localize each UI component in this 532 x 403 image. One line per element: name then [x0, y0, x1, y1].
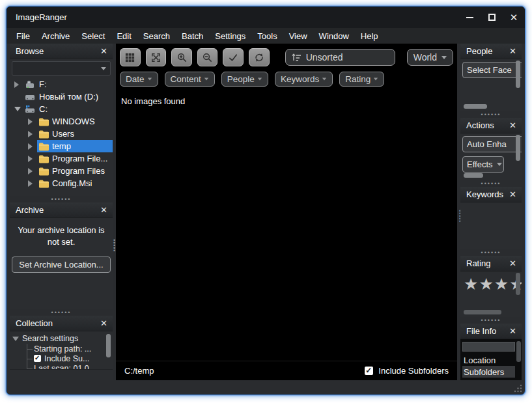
filter-people-dropdown[interactable]: People: [221, 72, 268, 87]
tree-row-program-file[interactable]: Program File...: [10, 152, 113, 165]
expander-collapsed-icon[interactable]: [28, 131, 37, 137]
collection-item-last-scan[interactable]: Last scan: 01.0: [27, 363, 113, 369]
fileinfo-panel: File Info ✕ Location Subfolders Files: [460, 324, 522, 380]
panel-splitter[interactable]: ••••••: [460, 111, 522, 118]
panel-splitter[interactable]: ••••••: [460, 249, 522, 256]
menu-search[interactable]: Search: [137, 31, 176, 41]
selected-folder-row[interactable]: temp: [37, 140, 113, 152]
menu-archive[interactable]: Archive: [36, 31, 76, 41]
system-drive-icon: [25, 105, 36, 113]
panel-splitter[interactable]: ••••••: [460, 180, 522, 187]
main-statusbar: C:/temp Include Subfolders: [116, 361, 457, 380]
rating-vertical-scrollbar[interactable]: [516, 273, 520, 295]
expander-collapsed-icon[interactable]: [28, 118, 37, 125]
zoom-in-icon: [176, 52, 188, 63]
menu-settings[interactable]: Settings: [209, 31, 251, 41]
empty-results-message: No images found: [116, 88, 457, 106]
sort-order-dropdown[interactable]: Unsorted: [285, 49, 395, 66]
actions-horizontal-scrollbar[interactable]: [464, 173, 483, 178]
tree-row-config-msi[interactable]: Config.Msi: [10, 177, 113, 189]
expander-collapsed-icon[interactable]: [28, 156, 37, 162]
tree-row-users[interactable]: Users: [10, 128, 113, 140]
zoom-out-button[interactable]: [197, 48, 218, 66]
panel-splitter[interactable]: ••••••: [10, 196, 113, 202]
include-subfolders-checkbox[interactable]: [365, 367, 373, 375]
collection-root-item[interactable]: Search settings: [12, 333, 113, 344]
close-button[interactable]: ✕: [503, 7, 525, 28]
tree-row-drive-f[interactable]: F:: [10, 78, 113, 90]
rating-close-icon[interactable]: ✕: [509, 259, 516, 268]
panel-splitter[interactable]: ••••••: [460, 317, 522, 324]
collection-item-include-subfolders[interactable]: Include Su...: [27, 354, 113, 363]
collection-panel-header: Collection ✕: [10, 316, 113, 331]
expander-collapsed-icon[interactable]: [14, 81, 23, 88]
tree-row-drive-d[interactable]: Новый том (D:): [10, 90, 113, 103]
collection-close-icon[interactable]: ✕: [100, 319, 107, 327]
effects-dropdown[interactable]: Effects: [462, 156, 504, 173]
collection-scrollbar[interactable]: [106, 334, 111, 357]
menu-file[interactable]: File: [10, 31, 36, 41]
people-horizontal-scrollbar[interactable]: [464, 104, 487, 109]
menu-tools[interactable]: Tools: [251, 31, 283, 41]
menu-view[interactable]: View: [283, 31, 313, 41]
world-dropdown[interactable]: World: [407, 49, 453, 66]
auto-enhance-button[interactable]: Auto Enha: [462, 136, 522, 152]
archive-close-icon[interactable]: ✕: [100, 206, 107, 214]
rating-stars[interactable]: ★★★★★: [462, 274, 517, 296]
filter-keywords-dropdown[interactable]: Keywords: [275, 72, 333, 87]
folder-icon: [38, 154, 49, 163]
fileinfo-close-icon[interactable]: ✕: [509, 327, 516, 335]
people-vertical-scrollbar[interactable]: [516, 61, 520, 88]
panel-splitter[interactable]: ••••••: [10, 309, 113, 316]
rating-horizontal-scrollbar[interactable]: [464, 310, 501, 314]
filter-rating-dropdown[interactable]: Rating: [339, 72, 384, 87]
filter-content-dropdown[interactable]: Content: [165, 72, 215, 87]
browse-filter-dropdown[interactable]: [12, 61, 111, 76]
select-faces-button[interactable]: Select Face: [462, 62, 522, 78]
chevron-down-icon: [204, 78, 208, 81]
filter-date-dropdown[interactable]: Date: [120, 72, 158, 87]
thumbnail-grid-button[interactable]: [120, 48, 141, 66]
minimize-button[interactable]: [458, 7, 481, 28]
expander-expanded-icon[interactable]: [14, 107, 23, 111]
zoom-in-button[interactable]: [171, 48, 192, 66]
tree-row-program-files[interactable]: Program Files: [10, 165, 113, 177]
include-subfolders-checkbox[interactable]: [34, 355, 41, 362]
fileinfo-row-subfolders[interactable]: Subfolders: [462, 366, 515, 378]
rating-panel-title: Rating: [466, 258, 491, 268]
menu-select[interactable]: Select: [76, 31, 111, 41]
people-close-icon[interactable]: ✕: [509, 47, 516, 55]
tree-row-windows[interactable]: WINDOWS: [10, 115, 113, 128]
menu-batch[interactable]: Batch: [176, 31, 209, 41]
fileinfo-row-location[interactable]: Location: [462, 354, 515, 366]
sort-order-label: Unsorted: [306, 52, 343, 63]
expander-collapsed-icon[interactable]: [28, 180, 37, 187]
star-icon[interactable]: ★: [479, 275, 494, 293]
actions-vertical-scrollbar[interactable]: [516, 135, 520, 161]
folder-icon: [38, 117, 49, 126]
menu-window[interactable]: Window: [313, 31, 355, 41]
star-icon[interactable]: ★: [464, 275, 479, 293]
expander-expanded-icon[interactable]: [12, 337, 19, 341]
tree-row-temp[interactable]: temp: [10, 140, 113, 152]
menu-help[interactable]: Help: [355, 31, 384, 41]
maximize-button[interactable]: [481, 7, 503, 28]
keywords-close-icon[interactable]: ✕: [509, 190, 516, 199]
left-splitter-handle[interactable]: •••••: [113, 239, 116, 252]
set-archive-location-button[interactable]: Set Archive Location...: [12, 257, 110, 273]
fileinfo-search-field[interactable]: [462, 342, 515, 352]
fullscreen-button[interactable]: [146, 48, 167, 66]
refresh-button[interactable]: [249, 48, 270, 66]
collection-item-starting-path[interactable]: Starting path: ...: [27, 344, 113, 354]
actions-close-icon[interactable]: ✕: [509, 121, 516, 130]
expander-collapsed-icon[interactable]: [28, 143, 37, 150]
menu-edit[interactable]: Edit: [111, 31, 137, 41]
main-area: Unsorted World Date Content People: [116, 44, 457, 380]
browse-close-icon[interactable]: ✕: [100, 47, 107, 55]
star-icon[interactable]: ★: [494, 275, 509, 293]
select-check-button[interactable]: [223, 48, 244, 66]
fileinfo-vertical-scrollbar[interactable]: [516, 341, 521, 362]
expander-collapsed-icon[interactable]: [28, 168, 37, 174]
tree-row-drive-c[interactable]: C:: [10, 103, 113, 115]
resize-grip[interactable]: [514, 384, 522, 393]
